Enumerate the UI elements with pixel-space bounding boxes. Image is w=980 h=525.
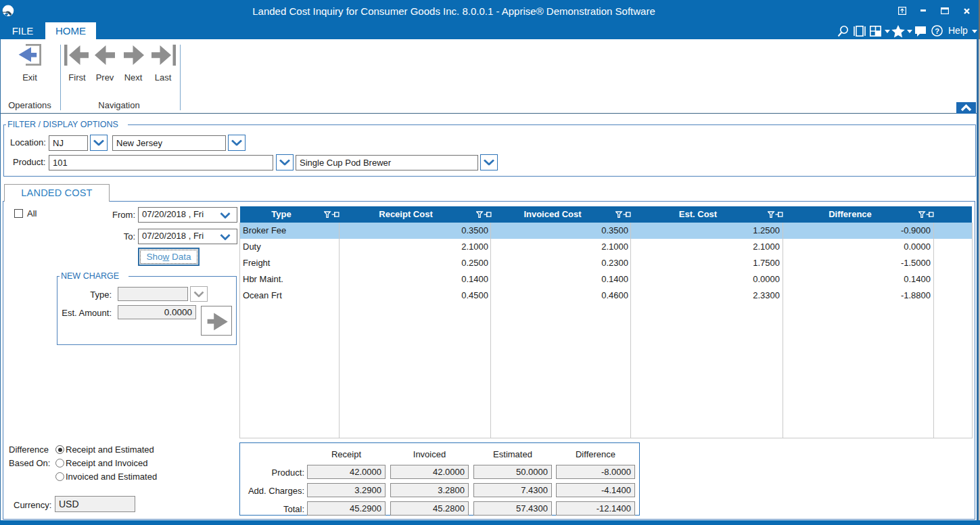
svg-text:?: ?: [935, 27, 939, 35]
